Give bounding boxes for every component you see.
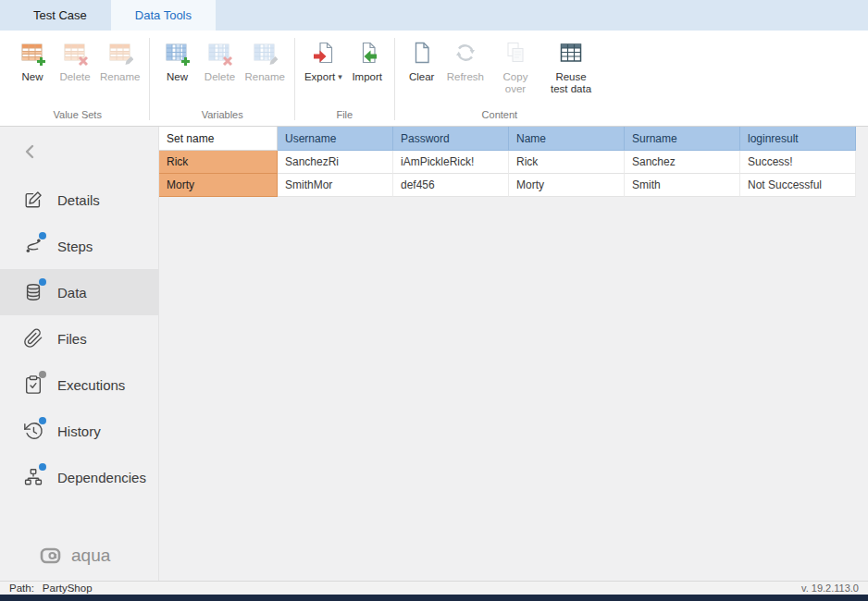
table-cell[interactable]: Success! bbox=[740, 151, 856, 174]
import-label: Import bbox=[352, 71, 382, 83]
tab-test-case[interactable]: Test Case bbox=[9, 0, 111, 31]
column-header-loginresult[interactable]: loginresult bbox=[740, 127, 856, 151]
history-clock-icon bbox=[22, 421, 43, 442]
copy-over-label: Copy over bbox=[491, 71, 539, 95]
sidebar-item-data[interactable]: Data bbox=[0, 269, 158, 315]
path-value: PartyShop bbox=[43, 583, 93, 594]
refresh-button[interactable]: Refresh bbox=[443, 32, 488, 83]
row-header-morty[interactable]: Morty bbox=[159, 174, 278, 197]
sidebar-item-label: Details bbox=[57, 192, 100, 208]
bottom-accent-bar bbox=[0, 595, 868, 601]
content-group-label: Content bbox=[401, 107, 599, 126]
delete-value-set-label: Delete bbox=[59, 71, 90, 83]
rename-value-set-button[interactable]: Rename bbox=[96, 32, 143, 83]
new-variable-icon bbox=[163, 39, 191, 67]
ribbon-group-content: Clear Refresh bbox=[395, 31, 604, 126]
table-cell[interactable]: SmithMor bbox=[278, 174, 393, 197]
new-variable-label: New bbox=[167, 71, 188, 83]
copy-over-button[interactable]: Copy over bbox=[488, 32, 543, 95]
reuse-test-data-button[interactable]: Reuse test data bbox=[543, 32, 599, 95]
sidebar-item-label: Data bbox=[57, 285, 87, 300]
sidebar-item-files[interactable]: Files bbox=[0, 315, 158, 362]
sidebar: Details Steps bbox=[0, 127, 159, 581]
clear-icon bbox=[408, 39, 436, 67]
export-label: Export▾ bbox=[304, 71, 342, 83]
table-cell[interactable]: Smith bbox=[625, 174, 740, 197]
sidebar-item-executions[interactable]: Executions bbox=[0, 362, 158, 408]
chevron-left-icon bbox=[22, 143, 37, 160]
new-value-set-icon bbox=[19, 39, 46, 67]
column-header-password[interactable]: Password bbox=[393, 127, 509, 151]
status-bar: Path: PartyShop v. 19.2.113.0 bbox=[0, 581, 868, 595]
clear-label: Clear bbox=[409, 71, 434, 83]
export-icon bbox=[309, 39, 337, 67]
refresh-icon bbox=[452, 39, 479, 67]
hierarchy-icon bbox=[22, 467, 43, 488]
value-sets-group-label: Value Sets bbox=[11, 107, 143, 126]
rename-variable-label: Rename bbox=[244, 71, 284, 83]
sidebar-item-label: Executions bbox=[57, 377, 125, 393]
sidebar-item-steps[interactable]: Steps bbox=[0, 223, 158, 269]
sidebar-item-history[interactable]: History bbox=[0, 408, 158, 454]
delete-variable-label: Delete bbox=[205, 71, 235, 83]
executions-badge bbox=[39, 371, 46, 378]
version-label: v. 19.2.113.0 bbox=[801, 583, 859, 594]
table-cell[interactable]: iAmPickleRick! bbox=[393, 151, 509, 174]
dependencies-badge bbox=[39, 463, 46, 471]
column-header-set-name[interactable]: Set name bbox=[159, 127, 278, 151]
copy-over-icon bbox=[502, 39, 529, 67]
column-header-surname[interactable]: Surname bbox=[625, 127, 740, 151]
chevron-down-icon: ▾ bbox=[338, 72, 342, 81]
ribbon-group-variables: New Delete bbox=[150, 31, 293, 126]
edit-icon bbox=[22, 190, 43, 211]
rename-value-set-icon bbox=[106, 39, 134, 67]
import-icon bbox=[353, 39, 381, 67]
reuse-test-data-icon bbox=[557, 39, 585, 67]
sidebar-item-details[interactable]: Details bbox=[0, 177, 158, 223]
aqua-logo-text: aqua bbox=[71, 546, 110, 566]
import-button[interactable]: Import bbox=[346, 32, 389, 83]
delete-variable-icon bbox=[205, 39, 233, 67]
column-header-name[interactable]: Name bbox=[509, 127, 625, 151]
new-value-set-label: New bbox=[21, 71, 43, 83]
row-header-rick[interactable]: Rick bbox=[159, 151, 278, 174]
table-cell[interactable]: Not Successful bbox=[740, 174, 856, 197]
database-icon bbox=[22, 282, 43, 303]
data-badge bbox=[39, 278, 46, 286]
sidebar-item-label: Files bbox=[57, 331, 87, 347]
rename-variable-button[interactable]: Rename bbox=[241, 32, 288, 83]
export-button[interactable]: Export▾ bbox=[301, 32, 346, 83]
ribbon-group-file: Export▾ Import File bbox=[295, 31, 394, 126]
ribbon-tab-bar: Test Case Data Tools bbox=[0, 0, 868, 31]
paperclip-icon bbox=[22, 328, 43, 350]
reuse-test-data-label: Reuse test data bbox=[547, 71, 595, 95]
clipboard-icon bbox=[22, 374, 43, 396]
column-header-username[interactable]: Username bbox=[278, 127, 393, 151]
aqua-logo-icon bbox=[39, 546, 63, 566]
rename-value-set-label: Rename bbox=[100, 71, 140, 83]
table-cell[interactable]: Morty bbox=[509, 174, 625, 197]
rename-variable-icon bbox=[251, 39, 279, 67]
aqua-logo: aqua bbox=[0, 546, 158, 581]
data-table: Set name Username Password Name Surname … bbox=[159, 127, 856, 197]
table-cell[interactable]: SanchezRi bbox=[278, 151, 393, 174]
tab-data-tools[interactable]: Data Tools bbox=[111, 0, 216, 31]
delete-variable-button[interactable]: Delete bbox=[198, 32, 241, 83]
table-cell[interactable]: Rick bbox=[509, 151, 625, 174]
new-variable-button[interactable]: New bbox=[155, 32, 198, 83]
clear-button[interactable]: Clear bbox=[401, 32, 443, 83]
sidebar-item-label: Steps bbox=[57, 239, 93, 254]
delete-value-set-button[interactable]: Delete bbox=[54, 32, 96, 83]
new-value-set-button[interactable]: New bbox=[11, 32, 54, 83]
refresh-label: Refresh bbox=[447, 71, 484, 83]
steps-badge bbox=[39, 232, 46, 239]
path-info: Path: PartyShop bbox=[9, 583, 93, 594]
collapse-sidebar-button[interactable] bbox=[0, 127, 158, 177]
file-group-label: File bbox=[301, 107, 389, 126]
table-cell[interactable]: def456 bbox=[393, 174, 509, 197]
table-cell[interactable]: Sanchez bbox=[625, 151, 740, 174]
delete-value-set-icon bbox=[61, 39, 89, 67]
steps-icon bbox=[22, 236, 43, 257]
path-label: Path: bbox=[9, 583, 34, 594]
sidebar-item-dependencies[interactable]: Dependencies bbox=[0, 454, 158, 500]
